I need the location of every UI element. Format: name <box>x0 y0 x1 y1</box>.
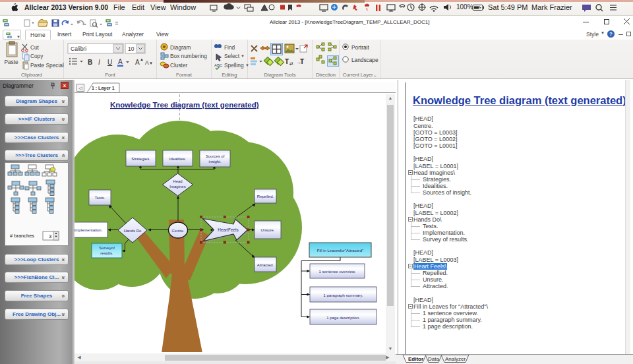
svg-text:Diagram: Diagram <box>170 44 191 51</box>
svg-text:I: I <box>98 59 100 66</box>
svg-text:▲: ▲ <box>140 57 144 61</box>
svg-text:Select: Select <box>224 53 240 59</box>
svg-text:Unsure.: Unsure. <box>260 228 274 232</box>
svg-text:Head: Head <box>173 179 182 183</box>
svg-text:▼: ▼ <box>245 63 249 67</box>
svg-text:Paste: Paste <box>4 59 18 65</box>
svg-text:Analyzer: Analyzer <box>445 356 466 362</box>
svg-text:Spelling: Spelling <box>224 62 244 69</box>
svg-text:⇄: ⇄ <box>289 61 293 66</box>
svg-text:3: 3 <box>49 233 51 239</box>
svg-text:Cluster: Cluster <box>170 62 188 69</box>
svg-text:Fill in Leavesfor"Attracted": Fill in Leavesfor"Attracted" <box>317 249 363 253</box>
svg-text:Tests.: Tests. <box>95 196 106 200</box>
svg-text:Hands Do: Hands Do <box>124 229 142 233</box>
svg-text:Data: Data <box>428 356 439 362</box>
svg-text:Box numbering: Box numbering <box>170 53 207 59</box>
svg-text:Idealities.: Idealities. <box>169 157 187 161</box>
svg-text:1 : Layer 1: 1 : Layer 1 <box>92 86 115 91</box>
svg-text:1 paragraph summary.: 1 paragraph summary. <box>324 293 363 297</box>
svg-text:HeartFeels: HeartFeels <box>218 228 238 232</box>
svg-text:1 sentence overview.: 1 sentence overview. <box>318 270 355 274</box>
svg-text:U: U <box>107 59 112 66</box>
svg-text:A: A <box>118 58 123 65</box>
svg-text:10: 10 <box>128 46 135 52</box>
svg-text:Strategies.: Strategies. <box>131 157 150 161</box>
svg-text:Landscape: Landscape <box>351 57 378 63</box>
svg-text:T: T <box>300 58 304 65</box>
svg-text:Editor: Editor <box>408 356 423 362</box>
svg-text:Centre.: Centre. <box>171 229 184 233</box>
svg-text:Attracted.: Attracted. <box>257 263 274 267</box>
svg-text:Sources of: Sources of <box>206 154 225 158</box>
svg-text:results.: results. <box>100 251 113 255</box>
svg-text:1 page description.: 1 page description. <box>326 316 360 320</box>
svg-text:Find: Find <box>224 44 235 51</box>
svg-text:Paste Special: Paste Special <box>30 62 64 69</box>
svg-text:# branches: # branches <box>10 233 34 239</box>
svg-text:Surveyof: Surveyof <box>99 246 115 250</box>
svg-text:insight.: insight. <box>208 160 221 164</box>
svg-text:Repelled.: Repelled. <box>257 195 274 198</box>
svg-text:▼: ▼ <box>241 54 245 58</box>
svg-text:Cut: Cut <box>30 44 40 51</box>
svg-text:Imagines: Imagines <box>169 185 185 189</box>
svg-text:ABC: ABC <box>214 63 223 67</box>
svg-text:Implementation.: Implementation. <box>75 228 103 232</box>
svg-text:▼: ▼ <box>149 61 153 65</box>
svg-text:B: B <box>88 59 92 66</box>
svg-text:Knowledge Tree diagram (text g: Knowledge Tree diagram (text generated) <box>110 101 259 109</box>
svg-text:Copy: Copy <box>30 53 44 59</box>
svg-text:A: A <box>135 59 140 66</box>
svg-text:T: T <box>285 58 289 65</box>
svg-text:Calibri: Calibri <box>71 46 86 52</box>
svg-text:Portrait: Portrait <box>351 44 369 51</box>
